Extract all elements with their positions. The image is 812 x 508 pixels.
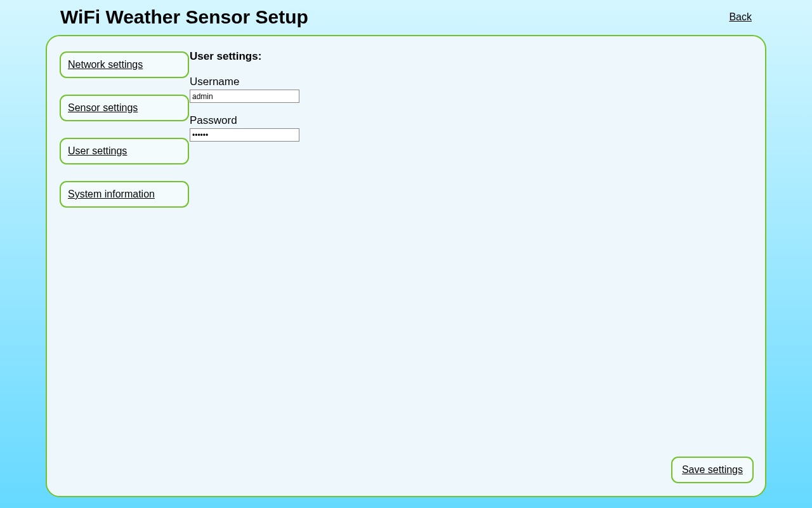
content-area: User settings: Username Password Save se… bbox=[190, 36, 765, 496]
back-link[interactable]: Back bbox=[729, 11, 752, 23]
save-settings-button[interactable]: Save settings bbox=[671, 457, 754, 483]
section-heading: User settings: bbox=[190, 50, 751, 63]
password-input[interactable] bbox=[190, 128, 299, 142]
sidebar-item-label: User settings bbox=[68, 145, 127, 157]
sidebar-item-label: Network settings bbox=[68, 59, 143, 70]
password-label: Password bbox=[190, 114, 751, 127]
sidebar-item-system-information[interactable]: System information bbox=[60, 181, 189, 208]
sidebar-item-network-settings[interactable]: Network settings bbox=[60, 51, 189, 78]
save-settings-label: Save settings bbox=[682, 464, 743, 476]
sidebar-item-user-settings[interactable]: User settings bbox=[60, 138, 189, 164]
page-title: WiFi Weather Sensor Setup bbox=[60, 6, 308, 28]
page-header: WiFi Weather Sensor Setup Back bbox=[0, 0, 812, 33]
username-label: Username bbox=[190, 76, 751, 88]
sidebar: Network settings Sensor settings User se… bbox=[47, 36, 190, 496]
sidebar-item-label: Sensor settings bbox=[68, 102, 138, 114]
main-panel: Network settings Sensor settings User se… bbox=[46, 35, 766, 497]
sidebar-item-label: System information bbox=[68, 189, 155, 200]
username-input[interactable] bbox=[190, 90, 299, 103]
sidebar-item-sensor-settings[interactable]: Sensor settings bbox=[60, 95, 189, 121]
